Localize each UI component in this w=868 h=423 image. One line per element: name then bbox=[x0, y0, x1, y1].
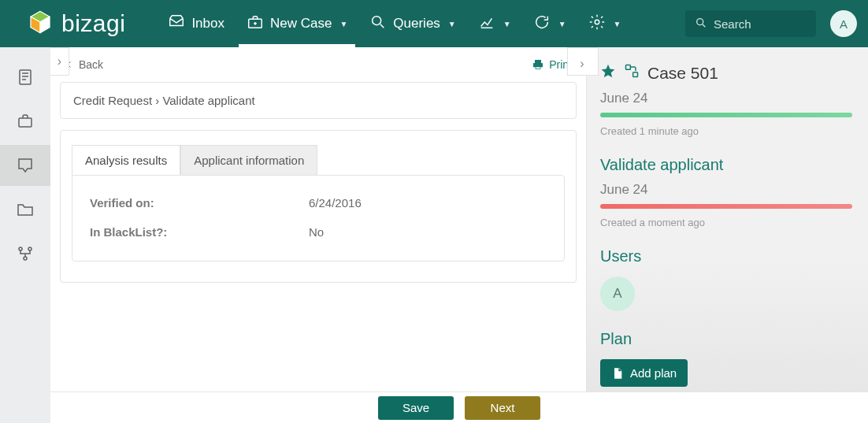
task-title: Validate applicant bbox=[600, 156, 852, 174]
file-plus-icon bbox=[611, 367, 624, 380]
tab-body: Verified on: 6/24/2016 In BlackList?: No bbox=[72, 175, 565, 262]
svg-rect-8 bbox=[20, 70, 31, 84]
add-plan-button[interactable]: Add plan bbox=[600, 359, 688, 387]
subprocess-icon bbox=[624, 63, 640, 83]
print-button[interactable]: Print bbox=[532, 58, 572, 71]
assigned-user-avatar[interactable]: A bbox=[600, 276, 635, 311]
nav-new-case-label: New Case bbox=[270, 16, 332, 32]
center-pane: Back Print Credit Request › Validate app… bbox=[50, 47, 586, 391]
svg-rect-13 bbox=[626, 65, 631, 70]
brand-cube-icon bbox=[27, 9, 54, 39]
caret-down-icon: ▼ bbox=[339, 20, 347, 28]
star-icon[interactable] bbox=[600, 63, 616, 83]
user-avatar-initial: A bbox=[840, 17, 848, 31]
add-plan-label: Add plan bbox=[630, 366, 677, 380]
back-label: Back bbox=[79, 58, 103, 71]
search-icon bbox=[695, 17, 707, 32]
nav-queries-label: Queries bbox=[393, 16, 440, 32]
analytics-icon bbox=[478, 13, 495, 35]
plan-section-title: Plan bbox=[600, 330, 852, 348]
nav-new-case[interactable]: New Case ▼ bbox=[236, 0, 358, 47]
task-progress-bar bbox=[600, 204, 852, 209]
briefcase-plus-icon bbox=[247, 13, 264, 35]
nav-queries[interactable]: Queries ▼ bbox=[358, 0, 466, 47]
inbox-icon bbox=[168, 13, 185, 35]
case-date: June 24 bbox=[600, 91, 852, 106]
assigned-user-initial: A bbox=[613, 286, 621, 302]
gear-icon bbox=[588, 13, 606, 35]
save-button[interactable]: Save bbox=[378, 396, 454, 420]
svg-point-7 bbox=[697, 18, 703, 24]
right-pane: Case 501 June 24 Created 1 minute ago Va… bbox=[586, 47, 868, 391]
tab-applicant-label: Applicant information bbox=[194, 154, 304, 167]
main-nav: Inbox New Case ▼ Queries ▼ ▼ ▼ bbox=[157, 0, 632, 47]
search-icon bbox=[369, 13, 387, 35]
rail-item-briefcase[interactable] bbox=[0, 101, 50, 142]
form-card: Analysis results Applicant information V… bbox=[60, 130, 577, 283]
rail-item-form[interactable] bbox=[0, 57, 50, 98]
field-label: Verified on: bbox=[90, 196, 309, 210]
field-value: 6/24/2016 bbox=[309, 196, 362, 210]
breadcrumb-text: Credit Request › Validate applicant bbox=[73, 94, 255, 107]
task-created-meta: Created a moment ago bbox=[600, 217, 852, 228]
caret-down-icon: ▼ bbox=[558, 20, 566, 28]
next-button[interactable]: Next bbox=[465, 396, 540, 420]
save-label: Save bbox=[402, 401, 429, 414]
case-created-meta: Created 1 minute ago bbox=[600, 125, 852, 137]
user-avatar[interactable]: A bbox=[830, 10, 857, 37]
bottom-action-bar: Save Next bbox=[50, 391, 868, 423]
next-label: Next bbox=[491, 401, 515, 414]
svg-rect-9 bbox=[19, 118, 32, 127]
tab-analysis-results[interactable]: Analysis results bbox=[72, 145, 180, 175]
form-icon bbox=[16, 68, 35, 87]
svg-point-12 bbox=[24, 257, 27, 260]
collapse-right-handle[interactable]: › bbox=[567, 47, 599, 76]
svg-point-11 bbox=[28, 247, 32, 250]
caret-down-icon: ▼ bbox=[503, 20, 511, 28]
brand-logo: bizagi bbox=[0, 0, 157, 47]
brand-name: bizagi bbox=[61, 10, 125, 37]
center-topstrip: Back Print bbox=[50, 47, 586, 82]
form-tabs: Analysis results Applicant information bbox=[61, 145, 576, 175]
briefcase-icon bbox=[16, 112, 35, 131]
collapse-left-handle[interactable]: › bbox=[50, 47, 69, 76]
svg-point-6 bbox=[595, 20, 599, 24]
field-in-blacklist: In BlackList?: No bbox=[90, 225, 547, 239]
svg-point-10 bbox=[19, 247, 22, 250]
caret-down-icon: ▼ bbox=[614, 20, 621, 28]
rail-item-folder[interactable] bbox=[0, 189, 50, 230]
svg-point-5 bbox=[373, 16, 381, 24]
refresh-icon bbox=[533, 13, 551, 35]
nav-settings[interactable]: ▼ bbox=[577, 0, 632, 47]
rail-item-process[interactable] bbox=[0, 233, 50, 274]
print-icon bbox=[532, 58, 544, 71]
svg-rect-14 bbox=[633, 72, 638, 77]
field-label: In BlackList?: bbox=[90, 225, 309, 239]
rail-item-comments[interactable] bbox=[0, 145, 50, 186]
tab-analysis-label: Analysis results bbox=[85, 154, 167, 167]
case-progress-bar bbox=[600, 113, 852, 117]
nav-inbox[interactable]: Inbox bbox=[157, 0, 236, 47]
folder-icon bbox=[16, 200, 35, 219]
nav-inbox-label: Inbox bbox=[191, 16, 224, 32]
caret-down-icon: ▼ bbox=[448, 20, 456, 28]
tab-applicant-information[interactable]: Applicant information bbox=[180, 145, 317, 175]
nav-reports[interactable]: ▼ bbox=[467, 0, 522, 47]
task-date: June 24 bbox=[600, 182, 852, 198]
left-rail bbox=[0, 47, 50, 423]
comment-icon bbox=[16, 156, 35, 175]
back-button[interactable]: Back bbox=[65, 58, 103, 71]
field-value: No bbox=[309, 225, 324, 239]
top-bar: bizagi Inbox New Case ▼ Queries ▼ bbox=[0, 0, 868, 47]
nav-refresh[interactable]: ▼ bbox=[522, 0, 577, 47]
global-search[interactable] bbox=[685, 10, 816, 37]
case-title: Case 501 bbox=[647, 64, 718, 83]
field-verified-on: Verified on: 6/24/2016 bbox=[90, 196, 547, 210]
case-header: Case 501 bbox=[600, 63, 852, 83]
users-section-title: Users bbox=[600, 247, 852, 265]
search-input[interactable] bbox=[714, 17, 800, 31]
breadcrumb: Credit Request › Validate applicant bbox=[60, 82, 577, 119]
flow-icon bbox=[16, 244, 35, 263]
